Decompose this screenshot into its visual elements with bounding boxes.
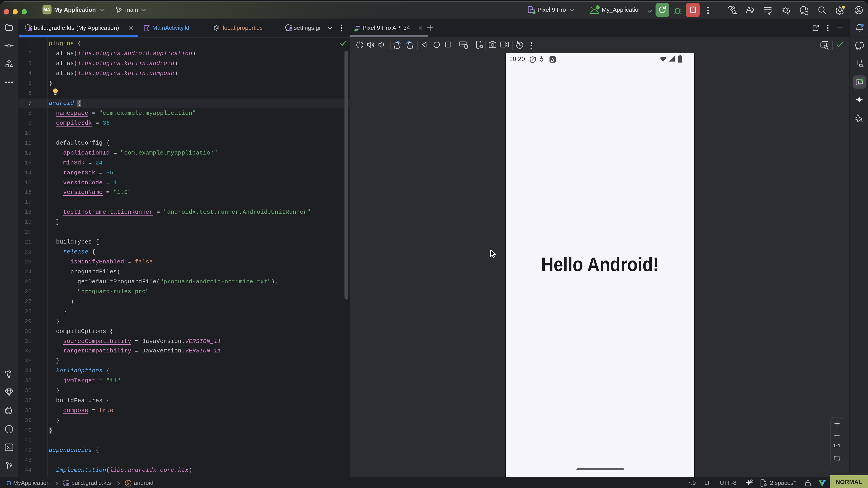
svg-text:A: A — [551, 57, 554, 62]
